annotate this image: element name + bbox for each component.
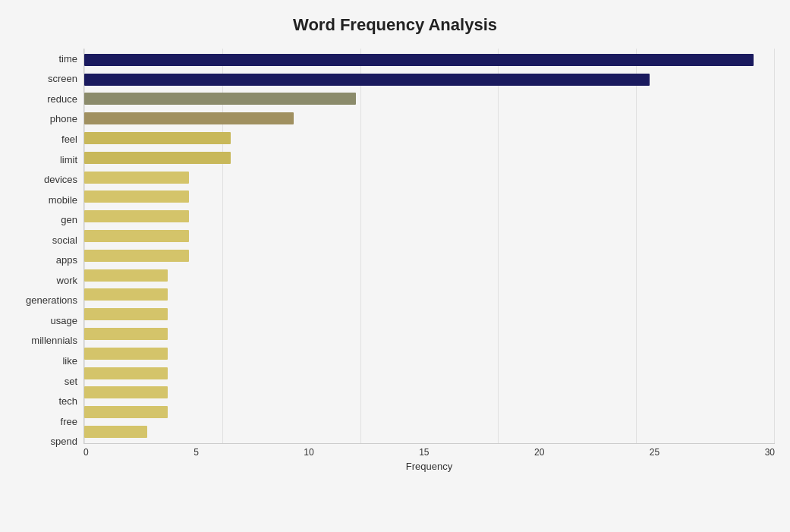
x-tick: 0 [83, 447, 89, 458]
bar-row [84, 404, 775, 420]
bar-row [84, 286, 775, 303]
y-label: social [52, 231, 77, 248]
bar [84, 406, 168, 418]
y-label: apps [56, 252, 77, 269]
bar [84, 328, 168, 340]
y-label: mobile [49, 191, 77, 208]
bar [84, 210, 189, 222]
y-label: feel [61, 131, 77, 147]
bar-row [84, 247, 775, 264]
x-axis-label: Frequency [83, 461, 775, 472]
bar-row [84, 208, 775, 225]
y-label: screen [48, 71, 77, 87]
y-label: millennials [31, 332, 77, 349]
chart-title: Word Frequency Analysis [15, 15, 775, 35]
y-label: work [57, 272, 77, 288]
bar-row [84, 365, 775, 382]
bar-row [84, 267, 775, 284]
y-label: limit [60, 151, 77, 168]
bar [84, 308, 168, 320]
y-axis: timescreenreducephonefeellimitdevicesmob… [15, 49, 83, 474]
bar [84, 367, 168, 379]
bar-row [84, 110, 775, 127]
bar [84, 172, 189, 184]
bar [84, 269, 168, 282]
bar [84, 426, 147, 438]
bar-row [84, 306, 775, 323]
y-label: tech [58, 393, 77, 410]
bar [84, 112, 294, 124]
bar [84, 348, 168, 360]
bar-row [84, 326, 775, 342]
y-label: gen [61, 212, 77, 228]
y-label: phone [50, 111, 77, 127]
bar-row [84, 228, 775, 244]
bar [84, 93, 356, 105]
bar-row [84, 90, 775, 107]
x-tick: 30 [765, 447, 775, 458]
bar-row [84, 423, 775, 440]
x-ticks: 051015202530 [83, 444, 775, 458]
bars-list [84, 49, 775, 443]
bar [84, 250, 189, 262]
bar [84, 190, 189, 203]
bar-row [84, 52, 775, 68]
bar-row [84, 71, 775, 88]
x-tick: 15 [419, 447, 429, 458]
bar [84, 132, 231, 144]
bars-area [83, 49, 775, 444]
x-axis: 051015202530 Frequency [83, 444, 775, 474]
y-label: time [58, 50, 77, 67]
bar [84, 152, 231, 164]
bar-row [84, 130, 775, 146]
bar-row [84, 384, 775, 401]
x-tick: 5 [194, 447, 199, 458]
y-label: spend [51, 433, 77, 450]
bar-row [84, 345, 775, 362]
bar-row [84, 188, 775, 205]
bar-row [84, 150, 775, 166]
bar-row [84, 169, 775, 186]
bar [84, 54, 754, 66]
y-label: reduce [47, 90, 77, 107]
x-tick: 10 [304, 447, 313, 458]
y-label: like [62, 352, 77, 369]
bar [84, 74, 650, 86]
x-tick: 25 [650, 447, 659, 458]
y-label: devices [44, 172, 77, 188]
y-label: set [65, 373, 77, 389]
y-label: free [61, 413, 77, 430]
chart-container: Word Frequency Analysis timescreenreduce… [0, 0, 790, 532]
bar [84, 386, 168, 398]
y-label: usage [51, 312, 77, 329]
y-label: generations [26, 292, 77, 309]
chart-area: timescreenreducephonefeellimitdevicesmob… [15, 49, 775, 474]
x-tick: 20 [534, 447, 544, 458]
bar [84, 288, 168, 301]
bars-and-x: 051015202530 Frequency [83, 49, 775, 474]
bar [84, 230, 189, 242]
